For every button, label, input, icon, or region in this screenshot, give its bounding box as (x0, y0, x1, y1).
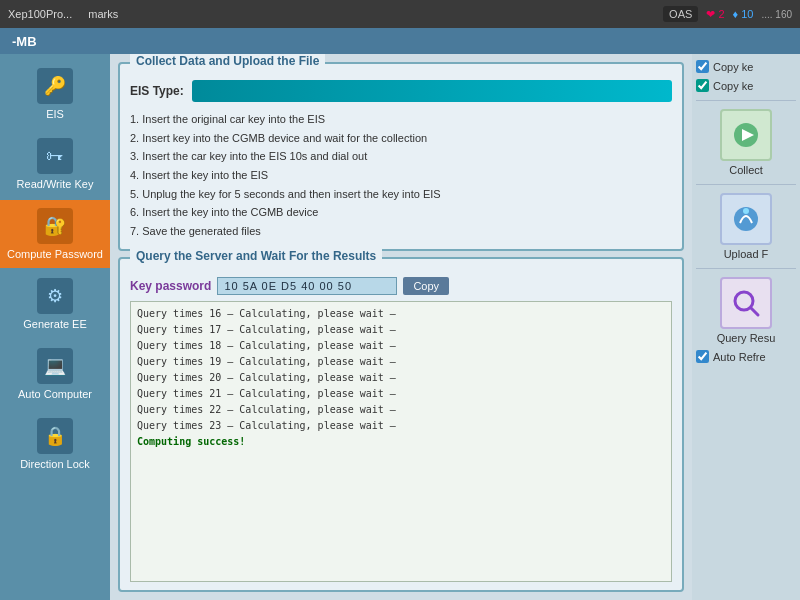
query-row: Key password 10 5A 0E D5 40 00 50 Copy (130, 277, 672, 295)
key-password-value: 10 5A 0E D5 40 00 50 (217, 277, 397, 295)
main-layout: 🔑 EIS 🗝 Read/Write Key 🔐 Compute Passwor… (0, 54, 800, 600)
log-line-6: Query times 22 — Calculating, please wai… (137, 402, 665, 418)
copy-button[interactable]: Copy (403, 277, 449, 295)
tab-marks[interactable]: marks (88, 8, 118, 20)
collect-label: Collect (729, 164, 763, 176)
tab-xep100[interactable]: Xep100Pro... (8, 8, 72, 20)
sidebar-item-eis[interactable]: 🔑 EIS (0, 60, 110, 128)
signal-badge: .... 160 (761, 9, 792, 20)
log-line-7: Query times 23 — Calculating, please wai… (137, 418, 665, 434)
sidebar-item-auto-computer[interactable]: 💻 Auto Computer (0, 340, 110, 408)
collect-button[interactable]: Collect (696, 109, 796, 176)
generate-ee-icon: ⚙ (37, 278, 73, 314)
sidebar-item-read-write-key[interactable]: 🗝 Read/Write Key (0, 130, 110, 198)
step-5: 5. Unplug the key for 5 seconds and then… (130, 185, 672, 204)
sidebar-item-generate-ee[interactable]: ⚙ Generate EE (0, 270, 110, 338)
sidebar-label-generate-ee: Generate EE (23, 318, 87, 330)
sidebar-label-direction-lock: Direction Lock (20, 458, 90, 470)
upload-icon (720, 193, 772, 245)
step-3: 3. Insert the car key into the EIS 10s a… (130, 147, 672, 166)
auto-refresh-label: Auto Refre (713, 351, 766, 363)
svg-point-3 (743, 208, 749, 214)
eis-type-row: EIS Type: (130, 80, 672, 102)
top-bar-right: OAS ❤ 2 ♦ 10 .... 160 (663, 6, 792, 22)
key-password-label: Key password (130, 279, 211, 293)
oas-label: OAS (663, 6, 698, 22)
log-success-msg: Computing success! (137, 434, 665, 450)
collect-section-title: Collect Data and Upload the File (130, 54, 325, 68)
app-title: -MB (12, 34, 37, 49)
upload-button[interactable]: Upload F (696, 193, 796, 260)
hearts-badge: ❤ 2 (706, 8, 724, 21)
direction-lock-icon: 🔒 (37, 418, 73, 454)
top-bar-tabs: Xep100Pro... marks (8, 8, 118, 20)
step-2: 2. Insert key into the CGMB device and w… (130, 129, 672, 148)
log-line-4: Query times 20 — Calculating, please wai… (137, 370, 665, 386)
sidebar-item-direction-lock[interactable]: 🔒 Direction Lock (0, 410, 110, 478)
upload-label: Upload F (724, 248, 769, 260)
query-result-label: Query Resu (717, 332, 776, 344)
log-area: Query times 16 — Calculating, please wai… (130, 301, 672, 582)
copy-key1-label: Copy ke (713, 61, 753, 73)
sidebar-label-auto-computer: Auto Computer (18, 388, 92, 400)
sidebar-label-compute-password: Compute Password (7, 248, 103, 260)
collect-icon (720, 109, 772, 161)
copy-key2-row: Copy ke (696, 79, 796, 92)
divider-1 (696, 100, 796, 101)
auto-computer-icon: 💻 (37, 348, 73, 384)
query-result-icon (720, 277, 772, 329)
sidebar-label-eis: EIS (46, 108, 64, 120)
query-section-title: Query the Server and Wait For the Result… (130, 249, 382, 263)
diamonds-badge: ♦ 10 (733, 8, 754, 20)
svg-line-5 (751, 308, 758, 315)
step-4: 4. Insert the key into the EIS (130, 166, 672, 185)
eis-icon: 🔑 (37, 68, 73, 104)
log-line-3: Query times 19 — Calculating, please wai… (137, 354, 665, 370)
log-line-1: Query times 17 — Calculating, please wai… (137, 322, 665, 338)
auto-refresh-checkbox[interactable] (696, 350, 709, 363)
copy-key1-row: Copy ke (696, 60, 796, 73)
copy-key1-checkbox[interactable] (696, 60, 709, 73)
steps-list: 1. Insert the original car key into the … (130, 110, 672, 241)
sidebar-label-read-write-key: Read/Write Key (17, 178, 94, 190)
right-panel: Copy ke Copy ke Collect (692, 54, 800, 600)
sidebar: 🔑 EIS 🗝 Read/Write Key 🔐 Compute Passwor… (0, 54, 110, 600)
query-result-button[interactable]: Query Resu (696, 277, 796, 344)
top-bar: Xep100Pro... marks OAS ❤ 2 ♦ 10 .... 160 (0, 0, 800, 28)
read-write-key-icon: 🗝 (37, 138, 73, 174)
eis-type-label: EIS Type: (130, 84, 184, 98)
sidebar-item-compute-password[interactable]: 🔐 Compute Password (0, 200, 110, 268)
title-bar: -MB (0, 28, 800, 54)
log-line-2: Query times 18 — Calculating, please wai… (137, 338, 665, 354)
step-6: 6. Insert the key into the CGMB device (130, 203, 672, 222)
copy-key2-checkbox[interactable] (696, 79, 709, 92)
content-area: Collect Data and Upload the File EIS Typ… (110, 54, 692, 600)
auto-refresh-row: Auto Refre (696, 350, 796, 363)
compute-password-icon: 🔐 (37, 208, 73, 244)
divider-3 (696, 268, 796, 269)
eis-type-bar (192, 80, 672, 102)
collect-section: Collect Data and Upload the File EIS Typ… (118, 62, 684, 251)
step-1: 1. Insert the original car key into the … (130, 110, 672, 129)
divider-2 (696, 184, 796, 185)
log-line-5: Query times 21 — Calculating, please wai… (137, 386, 665, 402)
copy-key2-label: Copy ke (713, 80, 753, 92)
log-line-0: Query times 16 — Calculating, please wai… (137, 306, 665, 322)
query-section: Query the Server and Wait For the Result… (118, 257, 684, 592)
step-7: 7. Save the generated files (130, 222, 672, 241)
